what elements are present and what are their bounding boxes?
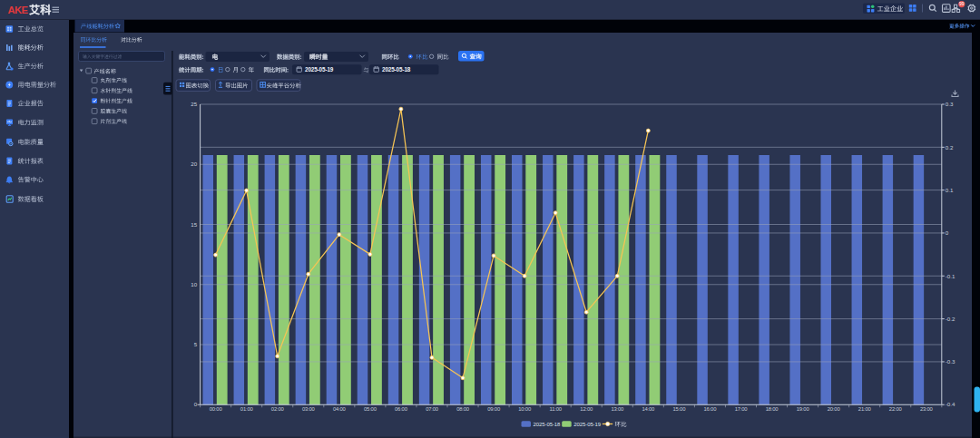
- svg-text:11:00: 11:00: [550, 406, 563, 412]
- svg-text:02:00: 02:00: [271, 406, 285, 412]
- svg-text:0.2: 0.2: [946, 144, 954, 151]
- svg-text:07:00: 07:00: [426, 406, 439, 412]
- svg-text:13:00: 13:00: [611, 406, 624, 412]
- svg-text:25: 25: [191, 101, 197, 107]
- svg-text:20: 20: [191, 161, 197, 167]
- svg-text:AKE: AKE: [8, 5, 29, 15]
- svg-text:21:00: 21:00: [858, 406, 872, 412]
- svg-text:15:00: 15:00: [673, 406, 687, 412]
- svg-text:-0.2: -0.2: [946, 316, 956, 322]
- svg-text:22:00: 22:00: [889, 406, 903, 412]
- svg-text:10:00: 10:00: [518, 406, 532, 412]
- svg-text:0: 0: [946, 229, 949, 236]
- svg-text:00:00: 00:00: [210, 406, 223, 412]
- svg-text:-0.3: -0.3: [946, 358, 956, 365]
- svg-text:12:00: 12:00: [580, 406, 593, 412]
- svg-text:01:00: 01:00: [240, 406, 254, 412]
- svg-text:5: 5: [194, 341, 198, 347]
- svg-text:2025-05-18: 2025-05-18: [534, 422, 561, 427]
- svg-text:0.1: 0.1: [946, 187, 954, 193]
- svg-text:15: 15: [191, 221, 197, 228]
- svg-text:2025-05-19: 2025-05-19: [573, 422, 601, 427]
- svg-text:2025-05-19: 2025-05-19: [305, 66, 334, 73]
- svg-text:19:00: 19:00: [797, 406, 810, 412]
- svg-text:-0.1: -0.1: [946, 273, 956, 279]
- svg-text:06:00: 06:00: [395, 406, 408, 412]
- svg-text:-0.4: -0.4: [946, 401, 956, 407]
- svg-text:10: 10: [191, 281, 197, 287]
- svg-text:03:00: 03:00: [302, 406, 316, 412]
- svg-text:04:00: 04:00: [333, 406, 347, 412]
- svg-text:2025-05-18: 2025-05-18: [382, 66, 411, 73]
- svg-text:18:00: 18:00: [766, 406, 779, 412]
- svg-text:17:00: 17:00: [735, 406, 749, 412]
- svg-text:0.3: 0.3: [946, 101, 954, 107]
- svg-text:99: 99: [959, 1, 965, 6]
- svg-text:0: 0: [194, 401, 198, 407]
- svg-text:14:00: 14:00: [642, 406, 655, 412]
- svg-text:08:00: 08:00: [456, 406, 470, 412]
- svg-text:23:00: 23:00: [920, 406, 934, 412]
- svg-text:05:00: 05:00: [364, 406, 377, 412]
- svg-text:20:00: 20:00: [828, 406, 841, 412]
- svg-text:16:00: 16:00: [704, 406, 718, 412]
- svg-text:09:00: 09:00: [487, 406, 501, 412]
